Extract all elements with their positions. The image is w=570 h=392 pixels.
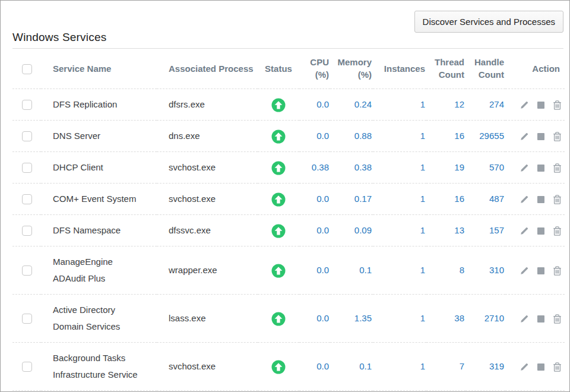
memory-value[interactable]: 0.88 [330, 120, 373, 151]
stop-square-icon[interactable] [537, 196, 544, 203]
thread-count-value[interactable]: 16 [426, 120, 466, 151]
memory-value[interactable]: 0.38 [330, 151, 373, 183]
edit-pencil-icon[interactable] [520, 226, 530, 236]
edit-pencil-icon[interactable] [520, 194, 530, 204]
edit-pencil-icon[interactable] [520, 362, 530, 372]
associated-process: wrapper.exe [157, 246, 258, 294]
edit-pencil-icon[interactable] [520, 314, 530, 324]
stop-square-icon[interactable] [537, 267, 544, 274]
memory-value[interactable]: 1.35 [330, 294, 373, 342]
table-row: Active Directory Domain Services lsass.e… [12, 294, 565, 342]
status-up-icon [271, 129, 286, 144]
edit-pencil-icon[interactable] [520, 163, 530, 173]
handle-count-value[interactable]: 157 [466, 214, 505, 246]
delete-trash-icon[interactable] [552, 314, 562, 324]
handle-count-value[interactable]: 2710 [466, 294, 505, 342]
service-name: COM+ Event System [41, 183, 157, 214]
handle-count-value[interactable]: 487 [466, 183, 505, 214]
instances-value[interactable]: 1 [373, 151, 426, 183]
row-checkbox[interactable] [22, 362, 32, 372]
stop-square-icon[interactable] [537, 227, 544, 235]
handle-count-value[interactable]: 319 [466, 342, 505, 390]
memory-value[interactable]: 0.24 [330, 88, 373, 120]
col-header-associated-process: Associated Process [157, 49, 258, 88]
stop-square-icon[interactable] [537, 315, 544, 323]
memory-value[interactable]: 0.1 [330, 246, 373, 294]
instances-value[interactable]: 1 [373, 342, 426, 390]
thread-count-value[interactable]: 38 [426, 294, 466, 342]
delete-trash-icon[interactable] [552, 131, 562, 142]
cpu-value[interactable]: 0.0 [299, 183, 330, 214]
instances-value[interactable]: 1 [373, 246, 426, 294]
memory-value[interactable]: 0.1 [330, 342, 373, 390]
handle-count-value[interactable]: 570 [466, 151, 505, 183]
instances-value[interactable]: 1 [373, 120, 426, 151]
thread-count-value[interactable]: 8 [426, 246, 466, 294]
service-name: DFS Replication [41, 88, 157, 120]
table-row: Background Tasks Infrastructure Service … [12, 342, 565, 390]
stop-square-icon[interactable] [537, 165, 544, 172]
delete-trash-icon[interactable] [552, 265, 562, 276]
cpu-value[interactable]: 0.0 [299, 294, 330, 342]
row-checkbox[interactable] [22, 314, 32, 324]
select-all-checkbox[interactable] [22, 64, 32, 74]
thread-count-value[interactable]: 19 [426, 151, 466, 183]
associated-process: dns.exe [157, 120, 258, 151]
handle-count-value[interactable]: 310 [466, 246, 505, 294]
instances-value[interactable]: 1 [373, 214, 426, 246]
col-header-cpu: CPU (%) [299, 49, 330, 88]
col-header-status: Status [258, 49, 299, 88]
stop-square-icon[interactable] [537, 133, 544, 140]
instances-value[interactable]: 1 [373, 294, 426, 342]
cpu-value[interactable]: 0.0 [299, 246, 330, 294]
cpu-value[interactable]: 0.0 [299, 120, 330, 151]
instances-value[interactable]: 1 [373, 183, 426, 214]
table-row: COM+ Event System svchost.exe 0.0 0.17 1… [12, 183, 565, 214]
thread-count-value[interactable]: 12 [426, 88, 466, 120]
thread-count-value[interactable]: 13 [426, 214, 466, 246]
page-title: Windows Services [12, 31, 106, 44]
delete-trash-icon[interactable] [552, 100, 562, 110]
associated-process: svchost.exe [157, 183, 258, 214]
col-header-handle-count: Handle Count [466, 49, 505, 88]
status-up-icon [271, 264, 286, 278]
delete-trash-icon[interactable] [552, 194, 562, 205]
row-checkbox[interactable] [22, 194, 32, 204]
row-checkbox[interactable] [22, 131, 32, 141]
table-row: DFS Replication dfsrs.exe 0.0 0.24 1 12 … [12, 88, 565, 120]
delete-trash-icon[interactable] [552, 226, 562, 236]
col-header-thread-count: Thread Count [426, 49, 466, 88]
memory-value[interactable]: 0.09 [330, 214, 373, 246]
status-up-icon [271, 360, 286, 374]
edit-pencil-icon[interactable] [520, 100, 530, 110]
cpu-value[interactable]: 0.0 [299, 214, 330, 246]
status-up-icon [271, 312, 286, 326]
status-up-icon [271, 224, 286, 238]
services-table-body: DFS Replication dfsrs.exe 0.0 0.24 1 12 … [12, 88, 565, 390]
row-checkbox[interactable] [22, 265, 32, 276]
cpu-value[interactable]: 0.38 [299, 151, 330, 183]
delete-trash-icon[interactable] [552, 362, 562, 372]
delete-trash-icon[interactable] [552, 163, 562, 173]
row-checkbox[interactable] [22, 100, 32, 110]
edit-pencil-icon[interactable] [520, 131, 530, 141]
discover-services-button[interactable]: Discover Services and Processes [414, 11, 563, 33]
row-checkbox[interactable] [22, 226, 32, 236]
col-header-action: Action [505, 49, 565, 88]
handle-count-value[interactable]: 29655 [466, 120, 505, 151]
cpu-value[interactable]: 0.0 [299, 88, 330, 120]
row-checkbox[interactable] [22, 163, 32, 173]
instances-value[interactable]: 1 [373, 88, 426, 120]
table-row: DNS Server dns.exe 0.0 0.88 1 16 29655 [12, 120, 565, 151]
thread-count-value[interactable]: 16 [426, 183, 466, 214]
memory-value[interactable]: 0.17 [330, 183, 373, 214]
col-header-memory: Memory (%) [330, 49, 373, 88]
edit-pencil-icon[interactable] [520, 265, 530, 276]
cpu-value[interactable]: 0.0 [299, 342, 330, 390]
stop-square-icon[interactable] [537, 102, 544, 109]
col-header-instances: Instances [373, 49, 426, 88]
service-name: Background Tasks Infrastructure Service [41, 342, 157, 390]
thread-count-value[interactable]: 7 [426, 342, 466, 390]
handle-count-value[interactable]: 274 [466, 88, 505, 120]
stop-square-icon[interactable] [537, 363, 544, 371]
